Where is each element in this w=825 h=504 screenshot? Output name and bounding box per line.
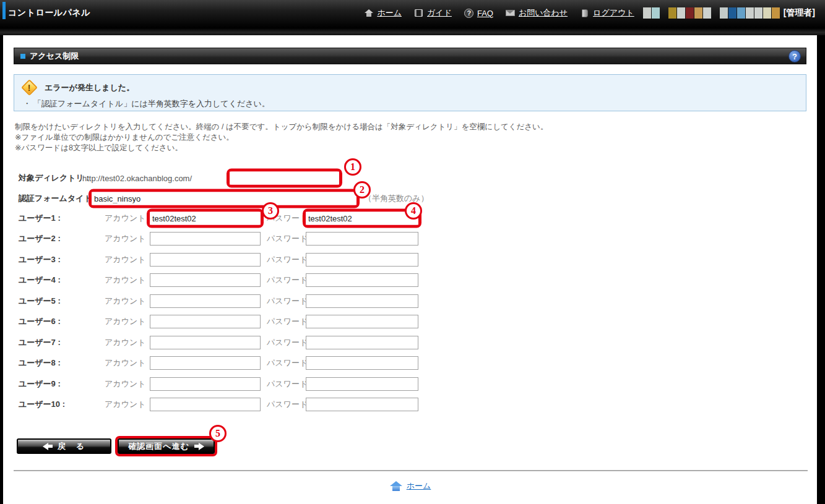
password-input[interactable] — [306, 294, 418, 308]
page-title: アクセス制限 — [30, 51, 79, 62]
footer-divider — [14, 470, 808, 471]
user-row: ユーザー3 : アカウント パスワード — [14, 249, 806, 270]
password-label: パスワード — [267, 337, 308, 348]
nav-faq[interactable]: ? FAQ — [464, 8, 493, 18]
password-input[interactable] — [306, 232, 418, 246]
user-label: ユーザー6 : — [19, 316, 61, 327]
password-input[interactable] — [306, 336, 418, 349]
back-button[interactable]: 戻 る — [17, 438, 111, 454]
account-label: アカウント — [105, 316, 146, 327]
account-label: アカウント — [105, 296, 146, 307]
account-label: アカウント — [105, 337, 146, 348]
user-label: ユーザー1 : — [19, 213, 61, 224]
user-label: ユーザー9 : — [19, 378, 61, 390]
error-title: エラーが発生しました。 — [45, 82, 134, 93]
help-icon[interactable]: ? — [788, 50, 801, 62]
nav-faq-label: FAQ — [477, 9, 493, 18]
directory-annotation-box — [227, 169, 342, 188]
user-row: ユーザー9 : アカウント パスワード — [14, 374, 806, 395]
proceed-button[interactable]: 確認画面へ進む — [118, 438, 215, 454]
masked-text-block — [686, 7, 694, 19]
nav-guide[interactable]: ガイド — [414, 7, 452, 19]
account-input[interactable] — [150, 315, 261, 328]
account-label: アカウント — [105, 399, 146, 410]
masked-text-block — [763, 7, 771, 19]
password-input[interactable] — [306, 253, 418, 267]
content-page: アクセス制限 ? ! エラーが発生しました。 ・ 「認証フォームタイトル」には半… — [3, 35, 817, 504]
account-input[interactable] — [150, 377, 261, 391]
form-title-annotation-box — [89, 189, 360, 208]
password-input[interactable] — [306, 356, 418, 370]
account-label: アカウント — [105, 254, 146, 265]
annotation-circle-4: 4 — [405, 202, 422, 220]
user-row: ユーザー2 : アカウント パスワード — [14, 229, 806, 250]
error-bullet: ・ — [23, 98, 31, 109]
account1-annotation-box — [147, 208, 264, 228]
nav-logout-label: ログアウト — [593, 7, 634, 19]
footer: ホーム — [3, 481, 817, 492]
masked-text-block — [660, 7, 668, 19]
password-label: パスワード — [267, 296, 308, 307]
password-label: パスワード — [267, 316, 308, 327]
directory-label: 対象ディレクトリ : — [19, 173, 89, 184]
masked-text-block — [754, 7, 762, 19]
password-label: パスワード — [267, 275, 308, 286]
password-input[interactable] — [306, 398, 418, 411]
proceed-annotation-box: 確認画面へ進む — [115, 436, 217, 456]
password-input[interactable] — [306, 315, 418, 328]
arrow-right-icon — [194, 443, 204, 450]
instructions: 制限をかけたいディレクトリを入力してください。終端の / は不要です。トップから… — [15, 122, 548, 153]
top-navigation: ホーム ガイド ? FAQ お問い合わせ ログアウト — [364, 7, 634, 19]
password-label: パスワード — [267, 378, 308, 390]
section-bullet-icon — [20, 54, 25, 59]
account-label: アカウント — [105, 378, 146, 390]
user-label: ユーザー3 : — [19, 254, 61, 265]
account-input[interactable] — [150, 294, 261, 308]
masked-text-block — [652, 7, 660, 19]
account-input[interactable] — [150, 336, 261, 349]
password-label: パスワード — [267, 233, 308, 244]
masked-account-blocks — [643, 7, 780, 19]
section-header: アクセス制限 ? — [14, 48, 806, 64]
account-label: アカウント — [105, 357, 146, 369]
error-message-box: ! エラーが発生しました。 ・ 「認証フォームタイトル」には半角英数字を入力して… — [14, 74, 806, 111]
user-label: ユーザー5 : — [19, 296, 61, 307]
home-icon — [364, 8, 374, 18]
account-label: アカウント — [105, 233, 146, 244]
top-bar: コントロールパネル ホーム ガイド ? FAQ お問い合わせ ログアウト — [0, 0, 825, 35]
account-label: アカウント — [105, 213, 146, 224]
logout-icon — [580, 8, 590, 18]
password-input[interactable] — [306, 273, 418, 287]
form-title-input[interactable] — [92, 192, 356, 205]
instruction-line: ※パスワードは8文字以上で設定してください。 — [15, 143, 548, 153]
user-row: ユーザー6 : アカウント パスワード — [14, 312, 806, 333]
account-input[interactable] — [150, 232, 261, 246]
annotation-circle-1: 1 — [344, 158, 361, 176]
account-input[interactable] — [150, 356, 261, 370]
nav-guide-label: ガイド — [427, 7, 452, 19]
user-label: ユーザー2 : — [19, 233, 61, 244]
masked-text-block — [712, 7, 719, 19]
user-row: ユーザー10 : アカウント パスワード — [14, 395, 806, 416]
footer-home-link[interactable]: ホーム — [407, 481, 431, 492]
password-input[interactable] — [306, 377, 418, 391]
password-input-1[interactable] — [306, 211, 418, 224]
account-input[interactable] — [150, 253, 261, 267]
nav-logout[interactable]: ログアウト — [580, 7, 634, 19]
user-label: ユーザー7 : — [19, 337, 61, 348]
nav-home[interactable]: ホーム — [364, 7, 402, 19]
account-input[interactable] — [150, 398, 261, 411]
directory-input[interactable] — [230, 172, 339, 185]
masked-text-block — [728, 7, 736, 19]
directory-row: 対象ディレクトリ : http://test02.okachanblog.com… — [14, 168, 806, 189]
account-input[interactable] — [150, 273, 261, 287]
user-label: ユーザー8 : — [19, 357, 61, 369]
nav-contact[interactable]: お問い合わせ — [506, 7, 568, 19]
password1-annotation-box — [303, 208, 421, 228]
user-row: ユーザー7 : アカウント パスワード — [14, 332, 806, 353]
admin-role-label: [管理者] — [784, 7, 815, 19]
user-row: ユーザー5 : アカウント パスワード — [14, 291, 806, 312]
account-input-1[interactable] — [150, 211, 261, 224]
warning-icon: ! — [21, 79, 38, 96]
error-item: 「認証フォームタイトル」には半角英数字を入力してください。 — [33, 98, 270, 109]
